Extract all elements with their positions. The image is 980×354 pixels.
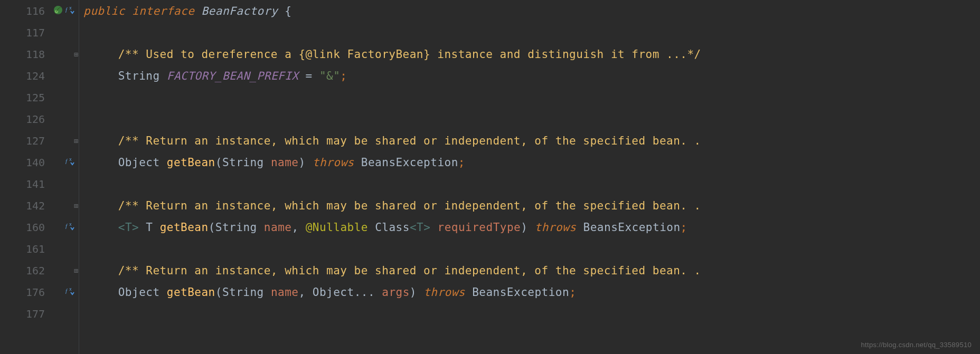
code-line[interactable]: /** Used to dereference a {@link Factory… [83,43,980,65]
code-line[interactable]: Object getBean(String name) throws Beans… [83,151,980,173]
generic-open: < [118,221,125,234]
svg-text:f: f [65,223,68,229]
keyword-throws: throws [535,221,577,234]
comma: , [299,286,313,299]
code-editor: 116 fx 117 118⊞ 124 125 126 127⊞ 140 fx … [0,0,980,354]
javadoc-comment: /** Return an instance, which may be sha… [118,199,701,212]
gutter-row[interactable]: 125 [0,87,79,108]
code-line-blank[interactable] [83,173,980,195]
line-number: 118 [22,48,45,61]
generic-open: < [410,221,417,234]
generic-type: T [417,221,423,234]
fold-expand-icon[interactable]: ⊞ [72,267,80,274]
svg-text:x: x [69,287,72,292]
line-number: 161 [22,243,45,255]
code-line-blank[interactable] [83,108,980,130]
line-number: 127 [22,135,45,147]
watermark-text: https://blog.csdn.net/qq_33589510 [861,341,972,349]
param-type: Class [375,221,410,234]
keyword-throws: throws [313,156,354,169]
exception-type: BeansException [472,286,569,299]
code-line[interactable]: String FACTORY_BEAN_PREFIX = "&"; [83,65,980,87]
paren-close: ) [521,221,527,234]
code-line[interactable]: Object getBean(String name, Object... ar… [83,281,980,303]
javadoc-comment: /** Return an instance, which may be sha… [118,135,701,147]
semicolon: ; [340,70,347,82]
gutter-row[interactable]: 116 fx [0,0,79,22]
param-type: String [222,156,264,169]
exception-type: BeansException [361,156,458,169]
gutter-row[interactable]: 141 [0,173,79,195]
implemented-icon[interactable]: fx [65,221,74,234]
gutter-row[interactable]: 127⊞ [0,130,79,151]
code-area[interactable]: public interface BeanFactory { /** Used … [79,0,980,354]
line-number: 176 [22,286,45,299]
interface-name: BeanFactory [201,5,278,17]
param-name: args [382,286,410,299]
keyword-interface: interface [132,5,194,17]
param-name: name [271,286,299,299]
implemented-icon[interactable]: fx [65,286,74,299]
param-name: name [264,221,292,234]
paren-close: ) [299,156,306,169]
equals: = [298,70,319,82]
code-line-blank[interactable] [83,303,980,324]
gutter-row[interactable]: 177 [0,303,79,324]
semicolon: ; [681,221,687,234]
fold-expand-icon[interactable]: ⊞ [72,137,80,145]
paren-open: ( [215,286,222,299]
method-name: getBean [160,221,209,234]
field-name: FACTORY_BEAN_PREFIX [167,70,299,82]
gutter-row[interactable]: 126 [0,108,79,130]
paren-open: ( [215,156,222,169]
gutter: 116 fx 117 118⊞ 124 125 126 127⊞ 140 fx … [0,0,79,354]
param-type: Object [313,286,354,299]
gutter-icons: fx [48,286,74,299]
generic-close: > [423,221,430,234]
gutter-row[interactable]: 142⊞ [0,195,79,216]
gutter-icons: fx [48,221,74,234]
line-number: 126 [22,113,45,126]
gutter-row[interactable]: 117 [0,22,79,43]
line-number: 160 [22,221,45,234]
param-name: name [271,156,299,169]
gutter-row[interactable]: 162⊞ [0,260,79,281]
param-type: String [215,221,257,234]
fold-expand-icon[interactable]: ⊞ [72,51,80,58]
type-string: String [118,70,160,82]
svg-text:x: x [69,157,72,162]
code-line[interactable]: <T> T getBean(String name, @Nullable Cla… [83,216,980,238]
javadoc-comment: /** Return an instance, which may be sha… [118,264,701,277]
line-number: 117 [22,26,45,39]
gutter-row[interactable]: 118⊞ [0,43,79,65]
svg-text:x: x [69,6,72,11]
implemented-icon[interactable]: fx [65,156,74,169]
code-line[interactable]: /** Return an instance, which may be sha… [83,130,980,151]
fold-expand-icon[interactable]: ⊞ [72,202,80,209]
code-line[interactable]: /** Return an instance, which may be sha… [83,260,980,281]
gutter-row[interactable]: 176 fx [0,281,79,303]
line-number: 142 [22,199,45,212]
exception-type: BeansException [583,221,681,234]
line-number: 162 [22,264,45,277]
annotation-nullable: @Nullable [306,221,368,234]
gutter-row[interactable]: 161 [0,238,79,260]
svg-text:f: f [65,158,68,164]
line-number: 177 [22,308,45,320]
svg-text:x: x [69,222,72,227]
gutter-row[interactable]: 124 [0,65,79,87]
implemented-icon[interactable]: fx [65,5,74,17]
bean-icon[interactable] [53,5,63,17]
line-number: 125 [22,91,45,104]
varargs: ... [354,286,375,299]
svg-text:f: f [65,6,68,13]
code-line-blank[interactable] [83,238,980,260]
code-line[interactable]: /** Return an instance, which may be sha… [83,195,980,216]
paren-close: ) [410,286,417,299]
gutter-icons: fx [48,5,74,17]
gutter-row[interactable]: 160 fx [0,216,79,238]
gutter-row[interactable]: 140 fx [0,151,79,173]
code-line[interactable]: public interface BeanFactory { [83,0,980,22]
code-line-blank[interactable] [83,22,980,43]
code-line-blank[interactable] [83,87,980,108]
